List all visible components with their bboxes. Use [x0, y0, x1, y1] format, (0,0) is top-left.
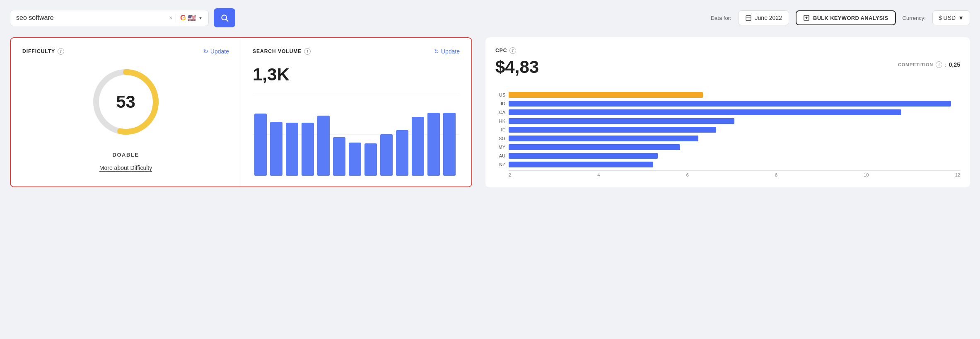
x-label-10: 10 — [864, 172, 869, 177]
bar-track-id — [509, 101, 960, 107]
bar-label-id: ID — [495, 101, 505, 106]
bar-row-id: ID — [495, 101, 960, 107]
svg-rect-15 — [254, 114, 267, 176]
header-right: Data for: June 2022 BULK KEYWORD ANALYSI… — [711, 10, 970, 25]
bar-label-au: AU — [495, 153, 505, 158]
search-box: × G 🇺🇸 ▼ — [10, 10, 209, 26]
bar-label-us: US — [495, 92, 505, 97]
bar-label-nz: NZ — [495, 162, 505, 167]
x-label-12: 12 — [955, 172, 960, 177]
difficulty-rating-label: DOABLE — [113, 152, 139, 158]
volume-chart-svg: 2k 1k May 2021 — [253, 93, 460, 176]
currency-label: Currency: — [903, 15, 926, 21]
bar-fill-au — [509, 153, 658, 159]
bar-label-ca: CA — [495, 110, 505, 115]
bar-fill-ca — [509, 109, 901, 115]
svg-rect-23 — [380, 134, 393, 176]
bar-row-us: US — [495, 92, 960, 98]
difficulty-donut-chart: 53 — [89, 65, 163, 139]
bar-fill-nz — [509, 162, 653, 167]
google-logo[interactable]: G 🇺🇸 ▼ — [176, 14, 203, 22]
svg-rect-25 — [412, 117, 424, 176]
search-volume-header: SEARCH VOLUME i ↻ Update — [253, 48, 460, 55]
bulk-keyword-button[interactable]: BULK KEYWORD ANALYSIS — [796, 10, 896, 25]
chevron-down-icon: ▼ — [198, 16, 203, 20]
bar-track-ie — [509, 127, 960, 133]
bar-track-au — [509, 153, 960, 159]
svg-rect-16 — [270, 122, 282, 176]
search-volume-title: SEARCH VOLUME i — [253, 48, 311, 55]
header: × G 🇺🇸 ▼ Data for: June 2022 BULK KEYW — [10, 8, 970, 27]
difficulty-title: DIFFICULTY i — [22, 48, 64, 55]
bar-fill-id — [509, 101, 951, 107]
clear-icon[interactable]: × — [169, 15, 172, 21]
competition-value: 0,25 — [949, 61, 960, 68]
bar-label-hk: HK — [495, 119, 505, 123]
bar-fill-my — [509, 144, 680, 150]
refresh-icon: ↻ — [203, 48, 208, 55]
bar-track-sg — [509, 136, 960, 141]
svg-rect-27 — [443, 113, 456, 176]
search-volume-chart: 2k 1k May 2021 — [253, 93, 460, 176]
more-about-difficulty-link[interactable]: More about Difficulty — [99, 165, 152, 171]
svg-rect-21 — [349, 143, 361, 176]
search-volume-update-button[interactable]: ↻ Update — [434, 48, 460, 55]
search-input[interactable] — [16, 14, 166, 22]
search-volume-panel: SEARCH VOLUME i ↻ Update 1,3K 2k 1k — [241, 38, 471, 186]
cpc-panel: CPC i $4,83 COMPETITION i : 0,25 US — [485, 37, 970, 187]
x-label-6: 6 — [686, 172, 689, 177]
data-for-label: Data for: — [711, 15, 731, 21]
bar-row-ie: IE — [495, 127, 960, 133]
svg-rect-17 — [286, 123, 298, 176]
bar-track-us — [509, 92, 960, 98]
difficulty-update-button[interactable]: ↻ Update — [203, 48, 229, 55]
difficulty-value: 53 — [116, 93, 135, 111]
cpc-title-row: CPC i — [495, 47, 960, 54]
difficulty-info-icon[interactable]: i — [58, 48, 64, 55]
svg-rect-26 — [427, 113, 440, 176]
sv-refresh-icon: ↻ — [434, 48, 439, 55]
bar-label-ie: IE — [495, 127, 505, 132]
main-content: DIFFICULTY i ↻ Update 53 — [10, 37, 970, 187]
svg-rect-22 — [364, 143, 377, 176]
competition-info-icon[interactable]: i — [936, 61, 942, 68]
bar-label-my: MY — [495, 145, 505, 150]
bar-track-hk — [509, 118, 960, 124]
currency-value: $ USD — [939, 15, 956, 21]
currency-chevron-icon: ▼ — [958, 15, 964, 21]
date-button[interactable]: June 2022 — [738, 10, 789, 25]
cpc-value: $4,83 — [495, 57, 539, 77]
bar-track-my — [509, 144, 960, 150]
bar-label-sg: SG — [495, 136, 505, 141]
bar-fill-hk — [509, 118, 734, 124]
x-axis-labels: 2 4 6 8 10 12 — [509, 172, 960, 177]
svg-line-1 — [226, 19, 228, 22]
bulk-label: BULK KEYWORD ANALYSIS — [813, 15, 888, 21]
bar-row-my: MY — [495, 144, 960, 150]
difficulty-header: DIFFICULTY i ↻ Update — [22, 48, 229, 55]
search-button[interactable] — [214, 8, 235, 27]
svg-rect-2 — [746, 16, 751, 21]
metrics-panels: DIFFICULTY i ↻ Update 53 — [10, 37, 472, 187]
bar-fill-us — [509, 92, 703, 98]
cpc-info-icon[interactable]: i — [509, 47, 516, 54]
search-volume-info-icon[interactable]: i — [304, 48, 311, 55]
cpc-bar-chart: US ID CA HK — [495, 92, 960, 177]
bar-row-au: AU — [495, 153, 960, 159]
competition-colon: : — [945, 62, 946, 68]
bar-track-ca — [509, 109, 960, 115]
date-label: June 2022 — [755, 15, 782, 21]
x-label-8: 8 — [775, 172, 777, 177]
bar-row-hk: HK — [495, 118, 960, 124]
svg-rect-18 — [302, 123, 314, 176]
bar-fill-ie — [509, 127, 716, 133]
svg-rect-24 — [396, 130, 408, 176]
bar-track-nz — [509, 162, 960, 167]
cpc-title: CPC i — [495, 47, 516, 54]
search-volume-value: 1,3K — [253, 65, 460, 85]
svg-rect-20 — [333, 137, 345, 176]
x-label-4: 4 — [597, 172, 600, 177]
currency-button[interactable]: $ USD ▼ — [932, 10, 970, 25]
x-axis-line — [509, 170, 960, 171]
difficulty-panel: DIFFICULTY i ↻ Update 53 — [11, 38, 241, 186]
